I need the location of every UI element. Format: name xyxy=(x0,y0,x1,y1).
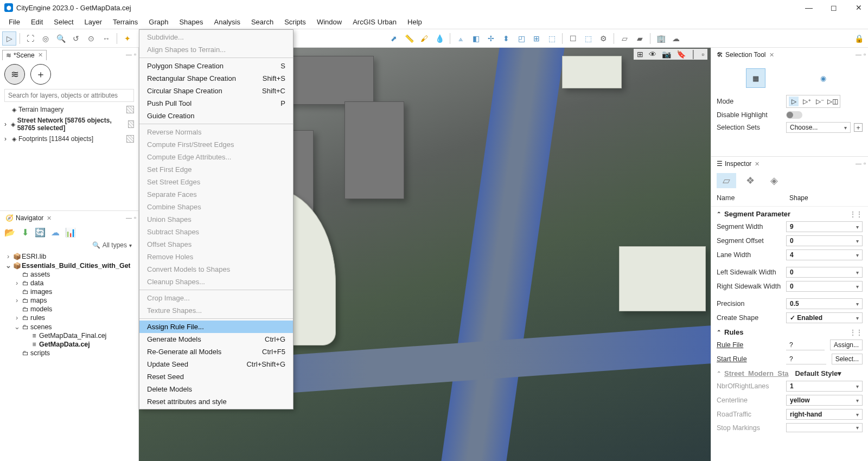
window-maximize-button[interactable]: ◻ xyxy=(829,3,839,12)
selection-sets-dropdown[interactable]: Choose...▾ xyxy=(786,122,851,133)
menu-window[interactable]: Window xyxy=(311,16,347,28)
panel-max-icon[interactable]: ▫ xyxy=(134,214,136,221)
segment-parameter-header[interactable]: ⌃ Segment Parameter ⋮⋮ xyxy=(711,207,868,220)
street-tool-icon[interactable]: ✦ xyxy=(120,31,135,46)
lock-icon[interactable]: 🔒 xyxy=(852,31,866,46)
scene-layer[interactable]: ›◈Street Network [58765 objects, 58765 s… xyxy=(0,115,138,133)
panel-menu-icon[interactable]: — xyxy=(126,214,132,221)
bookmark-icon[interactable]: 🔖 xyxy=(676,50,686,59)
menu-item-generate-models[interactable]: Generate ModelsCtrl+G xyxy=(139,333,293,345)
select-tool-icon[interactable]: ▷ xyxy=(2,31,16,46)
tree-item[interactable]: ›🗀rules xyxy=(2,313,136,322)
panel-menu-icon[interactable]: — xyxy=(856,51,861,57)
rules-header[interactable]: ⌃ Rules ⋮⋮ xyxy=(711,325,868,338)
eye-icon[interactable]: 👁 xyxy=(649,50,656,59)
terrain-tool1-icon[interactable]: ▱ xyxy=(617,31,631,46)
menu-item-delete-models[interactable]: Delete Models xyxy=(139,383,293,395)
box-tool-icon[interactable]: ☐ xyxy=(566,31,580,46)
lasso-select-icon[interactable]: ◉ xyxy=(814,68,833,88)
push-tool-icon[interactable]: ⬍ xyxy=(499,31,513,46)
prop-value[interactable]: 9▾ xyxy=(786,221,863,232)
extrude-tool-icon[interactable]: ⬚ xyxy=(545,31,559,46)
window-minimize-button[interactable]: — xyxy=(804,3,814,12)
visibility-toggle[interactable] xyxy=(126,106,134,113)
menu-search[interactable]: Search xyxy=(246,16,279,28)
look-tool-icon[interactable]: ⊙ xyxy=(84,31,98,46)
mode-intersect-icon[interactable]: ▷◫ xyxy=(828,97,838,106)
menu-edit[interactable]: Edit xyxy=(25,16,48,28)
dolly-tool-icon[interactable]: ↔ xyxy=(99,31,113,46)
menu-item-circular-shape-creation[interactable]: Circular Shape CreationShift+C xyxy=(139,85,293,97)
dropdown-icon[interactable]: ▾ xyxy=(129,242,132,248)
tree-item[interactable]: ›🗀data xyxy=(2,279,136,287)
close-icon[interactable]: ✕ xyxy=(38,52,43,59)
select-button[interactable]: Select... xyxy=(832,354,863,364)
prop-value[interactable]: 4▾ xyxy=(786,249,863,260)
tree-item[interactable]: 🗀images xyxy=(2,287,136,296)
panel-max-icon[interactable]: ▫ xyxy=(134,51,136,57)
start-rule-value[interactable]: ? xyxy=(786,354,826,364)
eyedropper-tool-icon[interactable]: 💧 xyxy=(432,31,446,46)
scene-tab[interactable]: ≋ *Scene ✕ xyxy=(2,50,47,60)
start-rule-label[interactable]: Start Rule xyxy=(717,355,783,363)
shape-mode-icon[interactable]: ▱ xyxy=(717,173,736,188)
tree-item[interactable]: ›📦ESRI.lib xyxy=(2,252,136,261)
tree-item[interactable]: ≡GetMapData.cej xyxy=(2,340,136,349)
prop-value[interactable]: 0▾ xyxy=(786,267,863,278)
cloud-tool-icon[interactable]: ☁ xyxy=(669,31,683,46)
gear-tool-icon[interactable]: ⚙ xyxy=(596,31,610,46)
menu-item-reset-seed[interactable]: Reset Seed xyxy=(139,370,293,383)
tree-item[interactable]: ≡GetMapData_Final.cej xyxy=(2,331,136,340)
menu-graph[interactable]: Graph xyxy=(143,16,174,28)
orbit-tool-icon[interactable]: ↺ xyxy=(69,31,83,46)
menu-item-assign-rule-file[interactable]: Assign Rule File... xyxy=(139,321,293,333)
menu-select[interactable]: Select xyxy=(48,16,79,28)
tree-item[interactable]: ⌄🗀scenes xyxy=(2,322,136,331)
rule-file-value[interactable]: ? xyxy=(786,340,825,350)
paint-tool-icon[interactable]: 🖌 xyxy=(417,31,431,46)
mode-replace-icon[interactable]: ▷ xyxy=(789,97,799,106)
menu-item-push-pull-tool[interactable]: Push Pull ToolP xyxy=(139,97,293,110)
prop-value[interactable]: ▾ xyxy=(786,423,863,432)
prop-value[interactable]: ✓ Enabled▾ xyxy=(786,312,863,323)
max-icon[interactable]: ▫ xyxy=(701,50,704,59)
menu-layer[interactable]: Layer xyxy=(79,16,108,28)
menu-item-re-generate-all-models[interactable]: Re-Generate all ModelsCtrl+F5 xyxy=(139,345,293,358)
frame-tool-icon[interactable]: ⛶ xyxy=(23,31,37,46)
zoom-tool-icon[interactable]: 🔍 xyxy=(54,31,68,46)
viewport-3d[interactable]: ⊞ 👁 📷 🔖 │ ▫ Subdivide...Align Shapes to … xyxy=(139,48,711,461)
split-tool-icon[interactable]: ⊞ xyxy=(529,31,544,46)
menu-item-update-seed[interactable]: Update SeedCtrl+Shift+G xyxy=(139,358,293,370)
prop-value[interactable]: 0.5▾ xyxy=(786,298,863,309)
offset-tool-icon[interactable]: ◰ xyxy=(514,31,528,46)
move-tool-icon[interactable]: ✢ xyxy=(484,31,498,46)
layers-button[interactable]: ≋ xyxy=(4,64,25,85)
name-value[interactable]: Shape xyxy=(786,193,863,203)
panel-max-icon[interactable]: ▫ xyxy=(864,160,866,167)
grid-icon[interactable]: ⊞ xyxy=(637,50,643,59)
close-icon[interactable]: ✕ xyxy=(47,215,52,222)
pan-tool-icon[interactable]: ◎ xyxy=(39,31,53,46)
menu-item-polygon-shape-creation[interactable]: Polygon Shape CreationS xyxy=(139,60,293,72)
transform-tool-icon[interactable]: ⬈ xyxy=(387,31,401,46)
menu-analysis[interactable]: Analysis xyxy=(209,16,246,28)
tree-item[interactable]: 🗀scripts xyxy=(2,349,136,357)
tree-item[interactable]: ›🗀maps xyxy=(2,296,136,305)
search-icon[interactable]: 🔍 xyxy=(92,241,100,249)
menu-item-rectangular-shape-creation[interactable]: Rectangular Shape CreationShift+S xyxy=(139,72,293,85)
menu-arcgis-urban[interactable]: ArcGIS Urban xyxy=(347,16,402,28)
mode-selector[interactable]: ▷ ▷⁺ ▷⁻ ▷◫ xyxy=(786,95,840,108)
disable-highlight-toggle[interactable] xyxy=(786,111,802,119)
rule-file-label[interactable]: Rule File xyxy=(717,341,783,349)
mode-subtract-icon[interactable]: ▷⁻ xyxy=(815,97,825,106)
prop-value[interactable]: 0▾ xyxy=(786,235,863,246)
close-icon[interactable]: ✕ xyxy=(769,52,774,59)
assign-button[interactable]: Assign... xyxy=(830,340,863,350)
scene-layer[interactable]: ◈Terrain Imagery xyxy=(0,104,138,115)
close-icon[interactable]: ✕ xyxy=(755,161,760,168)
menu-terrains[interactable]: Terrains xyxy=(107,16,143,28)
scale-tool-icon[interactable]: ⟁ xyxy=(454,31,468,46)
add-set-button[interactable]: ＋ xyxy=(854,123,863,132)
measure-tool-icon[interactable]: 📏 xyxy=(402,31,416,46)
panel-menu-icon[interactable]: — xyxy=(856,160,861,167)
